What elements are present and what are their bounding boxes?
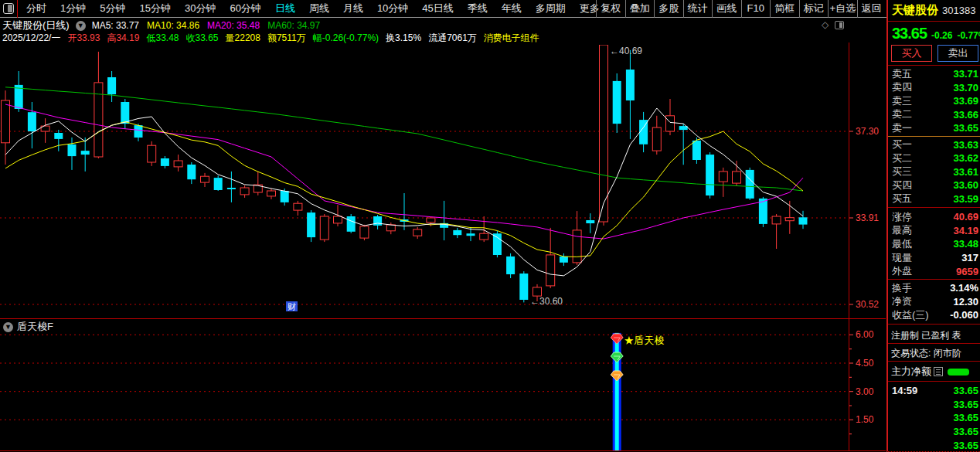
tool-item-统计[interactable]: 统计 — [683, 0, 713, 18]
menu-item-月线[interactable]: 月线 — [336, 2, 370, 15]
green-gem — [611, 352, 623, 362]
svg-text:财: 财 — [288, 302, 296, 311]
menu-item-45日线[interactable]: 45日线 — [415, 2, 460, 15]
menu-item-15分钟[interactable]: 15分钟 — [132, 2, 177, 15]
trade-status: 交易状态: 闭市阶 — [891, 347, 980, 360]
last-price: 33.65 — [892, 25, 927, 42]
candle — [320, 214, 328, 242]
candle — [360, 225, 369, 240]
panel-divider — [888, 207, 980, 208]
document-icon[interactable] — [934, 367, 943, 376]
tick-row: 33.65 — [892, 425, 978, 439]
buy-level-row[interactable]: 买五33.59 — [892, 192, 978, 206]
event-badge[interactable]: 财 — [286, 301, 298, 311]
split-window-icon[interactable] — [835, 21, 844, 29]
sell-level-row[interactable]: 卖二33.66 — [892, 108, 978, 122]
main-candlestick-chart: 37.3033.9130.52←40.69←30.60财 — [0, 45, 886, 318]
menu-item-多周期[interactable]: 多周期 — [529, 2, 573, 15]
candle — [746, 168, 754, 200]
tick-row: 14:5933.65 — [892, 384, 978, 398]
tool-menu: 复权叠加多股统计画线F10简框标记+自选返回 — [596, 0, 886, 18]
stat-row: 最高34.19 — [892, 224, 978, 238]
candle — [240, 185, 249, 198]
sell-button[interactable]: 卖出 — [937, 45, 978, 62]
tool-item-多股[interactable]: 多股 — [654, 0, 683, 18]
stat-row: 净资12.30 — [892, 295, 978, 309]
info-item: 换3.15% — [386, 32, 421, 45]
candle — [174, 155, 182, 172]
buy-button[interactable]: 买入 — [891, 45, 932, 62]
candle — [41, 118, 49, 143]
axis-label: 4.50 — [856, 358, 874, 369]
menu-item-季线[interactable]: 季线 — [461, 2, 495, 15]
candle — [626, 50, 635, 139]
info-item: 量22208 — [226, 32, 260, 45]
stock-code: 301383 — [942, 5, 975, 16]
chart-bottom-border — [0, 450, 886, 451]
menu-item-日线[interactable]: 日线 — [268, 2, 302, 15]
tool-item-画线[interactable]: 画线 — [712, 0, 741, 18]
chevron-down-icon[interactable]: ▼ — [3, 322, 13, 332]
window-layout-icon[interactable] — [3, 3, 14, 14]
candle — [519, 271, 528, 302]
tool-item-叠加[interactable]: 叠加 — [625, 0, 655, 18]
axis-label: 33.91 — [856, 212, 879, 223]
candle — [692, 138, 701, 164]
menu-item-10分钟[interactable]: 10分钟 — [370, 2, 415, 15]
ma-legend-item: MA20: 35.48 — [207, 20, 260, 31]
menu-item-1分钟[interactable]: 1分钟 — [53, 2, 93, 15]
high-annotation: ←40.69 — [610, 46, 642, 56]
candle — [400, 193, 409, 230]
candle — [586, 213, 594, 233]
info-item: 收33.65 — [186, 32, 219, 45]
price-axis-line — [849, 42, 849, 450]
menu-item-分时[interactable]: 分时 — [19, 2, 53, 15]
collapse-chevron-icon[interactable]: ▼ — [76, 21, 86, 31]
stock-name-row[interactable]: 天键股份301383 — [892, 3, 975, 18]
sell-level-row[interactable]: 卖四33.70 — [892, 81, 978, 95]
menu-item-30分钟[interactable]: 30分钟 — [178, 2, 223, 15]
stat-row: 现量317 — [892, 251, 978, 265]
candle — [214, 175, 223, 191]
tool-item-简框[interactable]: 简框 — [770, 0, 799, 18]
candle — [613, 73, 621, 133]
candle — [413, 227, 422, 239]
diamond-icon[interactable]: ◇ — [822, 19, 829, 30]
registration-status: 注册制 已盈利 表 — [891, 329, 980, 342]
sell-level-row[interactable]: 卖三33.69 — [892, 94, 978, 108]
stat-row: 涨停40.69 — [892, 210, 978, 224]
price-row: 33.65-0.26-0.77% — [892, 25, 980, 42]
sell-level-row[interactable]: 卖一33.65 — [892, 121, 978, 135]
candle — [28, 102, 36, 148]
panel-divider — [888, 361, 980, 362]
menu-item-60分钟[interactable]: 60分钟 — [223, 2, 267, 15]
candle — [679, 124, 688, 165]
tool-item-自选[interactable]: +自选 — [828, 0, 857, 18]
main-flow-row[interactable]: 主力净额 — [891, 365, 980, 379]
sub-chart-label-row[interactable]: ▼ 盾天梭F — [3, 320, 53, 334]
tool-item-F10[interactable]: F10 — [741, 0, 771, 18]
panel-divider — [888, 381, 980, 382]
buy-level-row[interactable]: 买二33.62 — [892, 151, 978, 165]
candle — [254, 172, 262, 195]
buy-level-row[interactable]: 买三33.61 — [892, 165, 978, 179]
tool-item-返回[interactable]: 返回 — [857, 0, 886, 18]
menu-item-周线[interactable]: 周线 — [302, 2, 336, 15]
chart-header: 天键股份(日线) ▼ MA5: 33.77MA10: 34.86MA20: 35… — [2, 19, 320, 32]
candle — [493, 231, 502, 257]
axis-label: 30.52 — [856, 299, 879, 310]
tool-item-复权[interactable]: 复权 — [596, 0, 625, 18]
info-item: 高34.19 — [107, 32, 139, 45]
candle — [161, 156, 169, 168]
panel-divider — [888, 324, 980, 325]
buy-level-row[interactable]: 买一33.63 — [892, 138, 978, 152]
period-menu: 分时1分钟5分钟15分钟30分钟60分钟日线周线月线10分钟45日线季线年线多周… — [19, 2, 613, 15]
stat-row: 换手3.14% — [892, 281, 978, 295]
menu-item-5分钟[interactable]: 5分钟 — [93, 2, 132, 15]
buy-level-row[interactable]: 买四33.60 — [892, 178, 978, 192]
menu-item-年线[interactable]: 年线 — [495, 2, 529, 15]
sell-level-row[interactable]: 卖五33.71 — [892, 67, 978, 81]
tool-item-标记[interactable]: 标记 — [799, 0, 829, 18]
info-item: 2025/12/22/一 — [2, 32, 60, 45]
candle — [227, 172, 236, 202]
